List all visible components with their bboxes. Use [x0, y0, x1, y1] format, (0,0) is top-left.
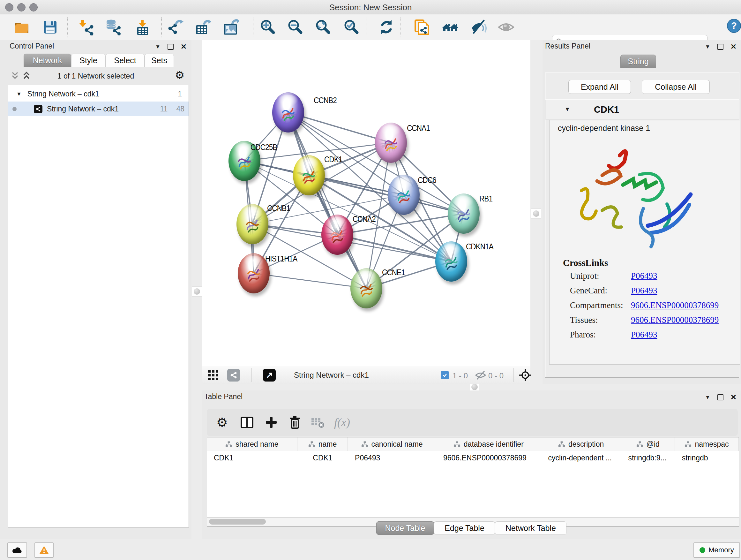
column-header-namespac[interactable]: namespac [675, 437, 739, 451]
tab-string[interactable]: String [620, 55, 656, 68]
tab-select[interactable]: Select [106, 54, 145, 67]
panel-close-icon[interactable]: ✕ [181, 43, 187, 51]
edge-CCNB2-CCNE1[interactable] [288, 112, 366, 288]
tab-sets[interactable]: Sets [145, 54, 174, 67]
bottom-splitter[interactable] [202, 384, 741, 390]
hide-unhide-icon[interactable] [469, 18, 487, 36]
crosslink-link[interactable]: P06493 [631, 286, 657, 296]
node-CDKN1A[interactable] [435, 241, 467, 282]
clone-network-document-icon[interactable] [413, 18, 431, 36]
crosslink-link[interactable]: 9606.ENSP00000378699 [631, 300, 719, 310]
selected-checkbox-icon[interactable] [441, 371, 449, 379]
help-icon[interactable]: ? [725, 17, 741, 35]
import-network-from-database-icon[interactable] [105, 18, 122, 36]
control-panel-controls: ▼ ✕ [155, 43, 187, 51]
network-row-selected[interactable]: String Network – cdk1 11 48 [8, 102, 189, 116]
hidden-eye-icon[interactable] [475, 370, 486, 381]
export-image-icon[interactable] [222, 18, 240, 36]
node-CDC6[interactable] [388, 175, 420, 215]
warning-button[interactable] [35, 543, 54, 558]
show-grid-icon[interactable] [208, 370, 219, 382]
panel-menu-icon[interactable]: ▼ [705, 44, 711, 50]
panel-menu-icon[interactable]: ▼ [155, 44, 160, 50]
node-CCNB2[interactable] [272, 92, 304, 132]
panel-close-icon[interactable]: ✕ [731, 394, 737, 401]
table-cell[interactable]: CDK1 [297, 451, 348, 464]
right-splitter[interactable] [530, 40, 542, 384]
column-header-database-identifier[interactable]: database identifier [436, 437, 541, 451]
table-data-row[interactable]: CDK1CDK1P064939606.ENSP00000378699cyclin… [207, 451, 739, 464]
fit-selected-crosshair-icon[interactable] [519, 369, 531, 382]
crosslink-link[interactable]: P06493 [631, 330, 657, 340]
export-table-icon[interactable] [194, 18, 212, 36]
birds-eye-view-icon[interactable]: ↗ [263, 369, 276, 381]
panel-float-icon[interactable] [167, 44, 174, 50]
zoom-selected-icon[interactable] [343, 18, 360, 36]
node-CCNB1[interactable] [237, 204, 268, 244]
left-splitter[interactable] [192, 40, 202, 539]
tab-network-table[interactable]: Network Table [495, 521, 566, 535]
panel-float-icon[interactable] [718, 44, 724, 50]
section-expander-icon[interactable]: ▼ [564, 106, 570, 113]
zoom-out-icon[interactable] [286, 18, 305, 36]
network-view-share-icon[interactable] [227, 369, 240, 381]
crosslink-link[interactable]: P06493 [631, 271, 657, 281]
zoom-in-icon[interactable] [259, 18, 277, 36]
cloud-button[interactable] [7, 543, 27, 558]
node-RB1[interactable] [448, 193, 480, 234]
table-cell[interactable]: stringdb:9... [621, 451, 675, 464]
collapse-all-button[interactable]: Collapse All [642, 80, 710, 94]
table-cell[interactable]: CDK1 [207, 451, 297, 464]
node-CCNE1[interactable] [350, 268, 382, 308]
home-networks-icon[interactable] [441, 18, 459, 36]
import-network-icon[interactable] [77, 18, 95, 36]
table-cell[interactable]: stringdb [675, 451, 739, 464]
network-canvas[interactable]: CCNB2 CCNA1 CDC25B CDK1 CDC6 RB1 [202, 40, 530, 366]
network-collection-row[interactable]: ▼ String Network – cdk1 1 [8, 86, 189, 102]
tab-edge-table[interactable]: Edge Table [434, 521, 495, 535]
column-header-canonical-name[interactable]: canonical name [348, 437, 436, 451]
column-header-description[interactable]: description [541, 437, 621, 451]
column-header-@id[interactable]: @id [621, 437, 675, 451]
collection-expander-icon[interactable]: ▼ [16, 91, 22, 98]
edge-HIST1H1A-CCNE1[interactable] [254, 273, 366, 288]
edge-CCNA2-CDKN1A[interactable] [337, 235, 451, 261]
panel-menu-icon[interactable]: ▼ [705, 394, 711, 401]
node-CCNA1[interactable] [375, 123, 407, 163]
delete-column-trash-icon[interactable] [285, 409, 305, 436]
crosslink-link[interactable]: 9606.ENSP00000378699 [631, 315, 719, 325]
create-column-plus-icon[interactable] [262, 409, 281, 436]
table-cell[interactable]: P06493 [348, 451, 436, 464]
node-CCNA2[interactable] [321, 214, 353, 255]
save-session-icon[interactable] [41, 18, 59, 36]
expand-all-icon[interactable] [22, 71, 30, 81]
node-table-grid[interactable]: shared namenamecanonical namedatabase id… [207, 437, 739, 518]
left-splitter-grip[interactable] [192, 287, 202, 297]
column-header-shared-name[interactable]: shared name [207, 437, 297, 451]
table-options-gear-icon[interactable]: ⚙ [212, 409, 232, 436]
tab-style[interactable]: Style [71, 54, 106, 67]
tab-network[interactable]: Network [23, 54, 71, 67]
protein-section-header[interactable]: ▼ CDK1 [545, 100, 739, 119]
node-CDK1[interactable] [293, 155, 325, 195]
show-columns-icon[interactable] [238, 409, 257, 436]
network-options-gear-icon[interactable]: ⚙ [175, 69, 185, 81]
memory-button[interactable]: Memory [693, 543, 740, 558]
right-splitter-grip[interactable] [531, 208, 541, 219]
expand-all-button[interactable]: Expand All [568, 80, 631, 94]
table-panel-title: Table Panel [204, 392, 243, 401]
export-network-icon[interactable] [166, 18, 184, 36]
zoom-fit-icon[interactable] [314, 18, 332, 36]
refresh-icon[interactable] [378, 18, 395, 36]
panel-float-icon[interactable] [718, 394, 724, 400]
panel-close-icon[interactable]: ✕ [731, 43, 737, 51]
import-table-icon[interactable] [133, 18, 151, 36]
tab-node-table[interactable]: Node Table [376, 521, 434, 535]
table-cell[interactable]: cyclin-dependent ... [541, 451, 621, 464]
collapse-all-icon[interactable] [11, 71, 19, 81]
edge-CDK1-RB1[interactable] [309, 175, 464, 213]
open-session-icon[interactable] [13, 18, 30, 36]
column-header-name[interactable]: name [297, 437, 348, 451]
table-cell[interactable]: 9606.ENSP00000378699 [436, 451, 541, 464]
node-HIST1H1A[interactable] [238, 253, 270, 294]
